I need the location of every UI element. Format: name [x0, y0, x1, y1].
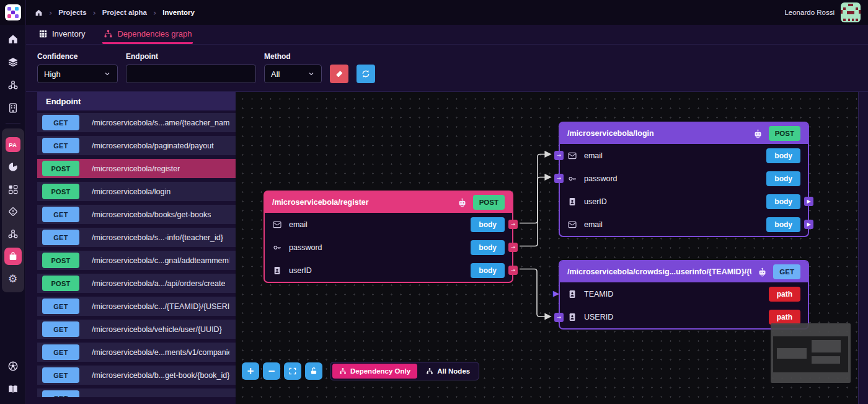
unlock-icon [309, 367, 318, 375]
method-select[interactable]: All [264, 65, 322, 83]
sidebar-item-dashboard[interactable] [4, 158, 22, 176]
input-handle[interactable]: → [554, 313, 564, 322]
envelope-icon [272, 220, 282, 230]
graph-node-register[interactable]: /microservicebola/register POST email bo… [264, 191, 513, 283]
path-badge[interactable]: path [769, 310, 800, 325]
endpoint-row[interactable]: GET/microservicebola/s...ame/{teacher_na… [37, 113, 236, 132]
body-badge[interactable]: body [471, 240, 505, 255]
sidebar-item-cluster[interactable] [4, 225, 22, 243]
body-badge[interactable]: body [766, 194, 800, 209]
endpoint-row-selected[interactable]: POST/microservicebola/register [37, 159, 236, 178]
endpoint-row[interactable]: GET/microservicebola/b...get-book/{book_… [37, 366, 236, 385]
chevron-right-icon: › [49, 8, 52, 17]
breadcrumb-inventory[interactable]: Inventory [162, 9, 195, 16]
breadcrumb-project-alpha[interactable]: Project alpha [102, 9, 147, 16]
tab-inventory[interactable]: Inventory [37, 25, 86, 44]
minimap[interactable] [771, 323, 851, 383]
endpoint-path: /microservicebola/register [92, 164, 180, 173]
sidebar-item-home[interactable] [4, 30, 22, 48]
input-handle[interactable]: → [554, 174, 564, 183]
field-name: email [289, 220, 308, 229]
all-nodes-toggle[interactable]: All Nodes [419, 364, 477, 379]
endpoint-input[interactable] [133, 70, 249, 79]
endpoint-row[interactable]: GET [37, 388, 236, 397]
refresh-button[interactable] [356, 65, 375, 83]
output-handle[interactable]: → [508, 220, 518, 229]
breadcrumb-projects[interactable]: Projects [58, 9, 86, 16]
app-logo[interactable] [0, 0, 26, 25]
sidebar-item-apps[interactable] [4, 181, 22, 198]
endpoint-row[interactable]: GET/microservicebola/books/get-books [37, 205, 236, 224]
fit-view-button[interactable] [284, 362, 301, 380]
sidebar-item-settings[interactable]: ⚙ [4, 270, 22, 287]
endpoint-row[interactable]: POST/microservicebola/a.../api/orders/cr… [37, 274, 236, 293]
sidebar-item-layers[interactable] [4, 53, 22, 71]
input-handle[interactable]: ▶ [553, 289, 559, 297]
input-handle[interactable]: → [554, 151, 564, 160]
sidebar-item-docs[interactable] [4, 380, 22, 398]
apps-grid-icon [7, 184, 19, 195]
endpoint-row[interactable]: GET/microservicebola/paginated/payout [37, 136, 236, 155]
id-card-icon [567, 312, 577, 322]
node-field-row: userID body [560, 190, 808, 213]
endpoint-path: /microservicebola/c.../{TEAMID}/{USERID} [92, 302, 229, 311]
zoom-out-button[interactable]: − [263, 362, 280, 380]
id-card-icon [567, 197, 577, 207]
body-badge[interactable]: body [766, 148, 800, 163]
output-handle[interactable]: → [508, 266, 518, 275]
path-badge[interactable]: path [769, 287, 800, 302]
fit-view-icon [288, 367, 297, 375]
node-field-row: email body [560, 144, 808, 167]
body-badge[interactable]: body [766, 171, 800, 186]
project-badge[interactable]: PA [4, 136, 22, 153]
logo-icon [5, 4, 21, 20]
body-badge[interactable]: body [766, 217, 800, 232]
endpoint-field: Endpoint [126, 52, 256, 83]
sidebar-item-inventory[interactable] [4, 248, 22, 265]
endpoint-row[interactable]: GET/microservicebola/vehicle/user/{UUID} [37, 320, 236, 339]
body-badge[interactable]: body [471, 263, 505, 278]
home-icon[interactable] [35, 9, 43, 17]
body-badge[interactable]: body [471, 217, 505, 232]
endpoint-row[interactable]: GET/microservicebola/c.../{TEAMID}/{USER… [37, 297, 236, 316]
sidebar-item-alerts[interactable] [4, 203, 22, 220]
output-handle[interactable]: ▶ [804, 197, 813, 206]
field-name: email [584, 220, 603, 229]
project-badge-label: PA [6, 137, 20, 152]
dependency-graph-canvas[interactable]: /microservicebola/register POST email bo… [236, 92, 859, 404]
endpoint-path: /microservicebola/s...-info/{teacher_id} [92, 233, 223, 242]
eraser-icon [334, 69, 344, 79]
graph-node-login[interactable]: /microservicebola/login POST email body … [559, 122, 809, 237]
endpoint-panel: Endpoint GET/microservicebola/s...ame/{t… [37, 92, 236, 397]
pie-chart-icon [7, 161, 19, 173]
output-handle[interactable]: → [508, 243, 518, 252]
node-header: /microservicebola/register POST [265, 192, 512, 213]
method-badge: GET [42, 321, 79, 337]
field-name: password [584, 174, 618, 183]
zoom-in-button[interactable]: + [242, 362, 259, 380]
lock-button[interactable] [305, 362, 322, 380]
method-badge: GET [42, 138, 79, 153]
clear-filters-button[interactable] [330, 65, 348, 83]
method-label: Method [264, 52, 322, 61]
output-handle[interactable]: ▶ [804, 220, 813, 229]
chevron-down-icon [308, 70, 315, 78]
cluster-icon [7, 228, 19, 240]
sidebar-item-graph[interactable] [4, 76, 22, 94]
endpoint-row[interactable]: GET/microservicebola/s...-info/{teacher_… [37, 228, 236, 247]
sidebar-item-building[interactable] [4, 99, 22, 117]
confidence-select[interactable]: High [37, 65, 118, 83]
graph-node-userinfo[interactable]: /microservicebola/crowdsig...userinfo/{T… [559, 260, 809, 330]
robot-icon [757, 267, 768, 277]
endpoint-row[interactable]: POST/microservicebola/c...gnal/addteamme… [37, 251, 236, 270]
node-header: /microservicebola/crowdsig...userinfo/{T… [560, 261, 808, 282]
robot-icon [457, 197, 467, 208]
user-avatar[interactable] [841, 2, 861, 22]
sidebar-item-support[interactable] [4, 357, 22, 375]
node-header: /microservicebola/login POST [560, 123, 808, 144]
endpoint-row[interactable]: POST/microservicebola/login [37, 182, 236, 201]
field-name: password [289, 243, 322, 252]
tab-dependencies-graph[interactable]: Dependencies graph [102, 25, 193, 44]
dependency-only-toggle[interactable]: Dependency Only [332, 364, 417, 379]
endpoint-row[interactable]: GET/microservicebola/e...ments/v1/compan… [37, 343, 236, 362]
